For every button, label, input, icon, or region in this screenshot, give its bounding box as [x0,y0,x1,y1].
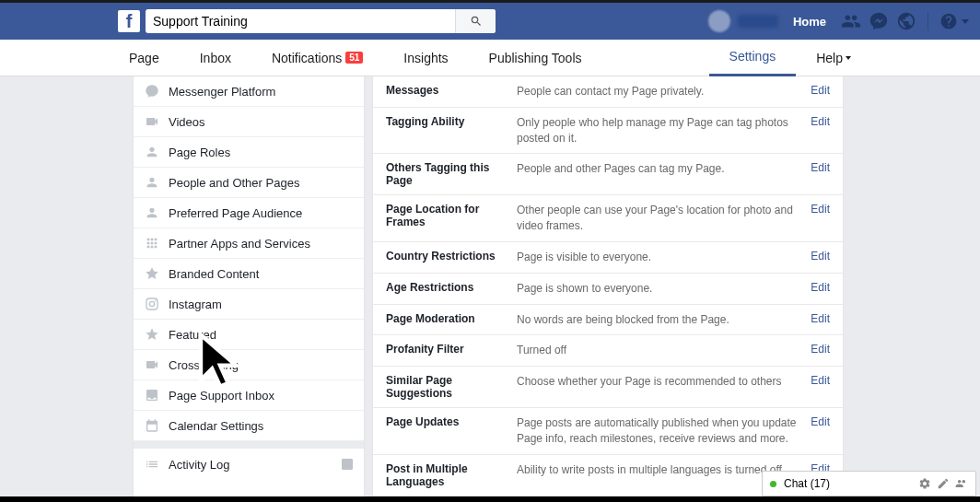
edit-link[interactable]: Edit [811,115,830,128]
list-icon [145,457,159,472]
gear-icon[interactable] [918,477,931,490]
globe-icon[interactable] [896,11,916,31]
edit-link[interactable]: Edit [811,250,830,263]
messenger-icon [145,84,159,99]
video-icon [145,114,159,129]
person-icon [145,145,159,159]
sidebar-item-videos[interactable]: Videos [134,107,364,137]
settings-row[interactable]: Similar Page SuggestionsChoose whether y… [373,367,843,408]
settings-row[interactable]: Page Location for FramesOther people can… [373,195,843,242]
sidebar-item-partner-apps[interactable]: Partner Apps and Services [134,228,364,259]
settings-row[interactable]: Page ModerationNo words are being blocke… [373,305,843,336]
setting-desc: Page is shown to everyone. [517,281,811,297]
sidebar-item-label: Preferred Page Audience [169,206,302,220]
external-icon [340,457,355,472]
nav-page[interactable]: Page [109,40,180,76]
instagram-icon [145,297,159,311]
setting-desc: Page is visible to everyone. [517,250,811,265]
caret-down-icon [846,56,851,60]
sidebar-item-page-support-inbox[interactable]: Page Support Inbox [134,380,364,411]
edit-link[interactable]: Edit [811,374,830,387]
topbar-right: Home [708,10,969,32]
settings-row[interactable]: Age RestrictionsPage is shown to everyon… [373,274,843,305]
friends-icon[interactable] [841,11,861,31]
nav-settings[interactable]: Settings [709,40,797,76]
setting-name: Messages [386,84,517,97]
sidebar-item-crossposting[interactable]: Crossposting [134,350,364,380]
people-icon [145,175,159,190]
search-button[interactable] [455,9,496,33]
search-icon [470,15,483,28]
edit-link[interactable]: Edit [811,203,830,216]
settings-table: MessagesPeople can contact my Page priva… [372,76,844,502]
video-icon [145,357,159,372]
sidebar-item-label: Instagram [169,298,222,311]
setting-name: Tagging Ability [386,115,517,128]
setting-name: Post in Multiple Languages [386,462,517,488]
settings-row[interactable]: MessagesPeople can contact my Page priva… [373,76,843,108]
sidebar-item-label: Partner Apps and Services [169,237,310,251]
search-input[interactable] [146,9,496,33]
help-menu[interactable] [939,12,969,30]
edit-link[interactable]: Edit [811,161,830,174]
sidebar-item-instagram[interactable]: Instagram [134,289,364,320]
avatar[interactable] [708,10,730,32]
settings-row[interactable]: Page UpdatesPage posts are automatically… [373,408,843,455]
home-link[interactable]: Home [786,15,834,29]
sidebar-item-calendar-settings[interactable]: Calendar Settings [134,411,364,441]
setting-name: Page Moderation [386,312,517,325]
sidebar-item-label: Calendar Settings [169,419,263,433]
edit-link[interactable]: Edit [811,415,830,428]
settings-row[interactable]: Country RestrictionsPage is visible to e… [373,242,843,274]
setting-desc: People can contact my Page privately. [517,84,811,99]
nav-insights[interactable]: Insights [383,40,468,76]
sidebar-item-messenger-platform[interactable]: Messenger Platform [134,76,364,107]
bottom-bar [0,496,980,502]
nav-notifications-label: Notifications [272,51,342,65]
settings-row[interactable]: Others Tagging this PagePeople and other… [373,154,843,195]
sidebar-item-activity-log[interactable]: Activity Log [134,441,364,480]
people-icon[interactable] [955,477,968,490]
edit-link[interactable]: Edit [811,84,830,97]
topbar: f Home [0,0,980,40]
sidebar-item-label: Messenger Platform [169,85,275,99]
search-wrap [146,9,496,33]
apps-icon [145,236,159,251]
setting-name: Similar Page Suggestions [386,374,517,400]
setting-desc: People and other Pages can tag my Page. [517,161,811,177]
nav-publishing[interactable]: Publishing Tools [469,40,602,76]
nav-help-label: Help [816,51,843,65]
sidebar-item-label: Page Roles [169,146,230,159]
notifications-badge: 51 [345,52,363,64]
settings-row[interactable]: Tagging AbilityOnly people who help mana… [373,108,843,155]
setting-name: Age Restrictions [386,281,517,294]
nav-inbox[interactable]: Inbox [180,40,251,76]
sidebar-item-page-roles[interactable]: Page Roles [134,137,364,168]
sidebar-item-label: Branded Content [169,267,259,281]
setting-name: Profanity Filter [386,343,517,356]
sidebar-item-label: People and Other Pages [169,176,299,190]
compose-icon[interactable] [937,477,950,490]
chat-label: Chat (17) [784,477,830,490]
page-nav: Page Inbox Notifications51 Insights Publ… [0,40,980,76]
sidebar-item-people-pages[interactable]: People and Other Pages [134,168,364,198]
chat-bar[interactable]: Chat (17) [762,471,976,496]
messenger-icon[interactable] [869,11,889,31]
setting-desc: Choose whether your Page is recommended … [517,374,811,390]
nav-notifications[interactable]: Notifications51 [251,40,383,76]
facebook-logo[interactable]: f [118,10,140,32]
nav-help[interactable]: Help [796,40,871,76]
setting-desc: Only people who help manage my Page can … [517,115,811,146]
edit-link[interactable]: Edit [811,343,830,356]
sidebar-item-branded-content[interactable]: Branded Content [134,259,364,289]
sidebar-item-featured[interactable]: Featured [134,320,364,350]
edit-link[interactable]: Edit [811,281,830,294]
setting-desc: Other people can use your Page's locatio… [517,203,811,234]
setting-desc: Page posts are automatically published w… [517,415,811,447]
caret-down-icon [962,19,969,24]
sidebar-item-preferred-audience[interactable]: Preferred Page Audience [134,198,364,228]
user-name[interactable] [738,15,778,28]
setting-desc: No words are being blocked from the Page… [517,312,811,328]
edit-link[interactable]: Edit [811,312,830,325]
settings-row[interactable]: Profanity FilterTurned offEdit [373,335,843,367]
